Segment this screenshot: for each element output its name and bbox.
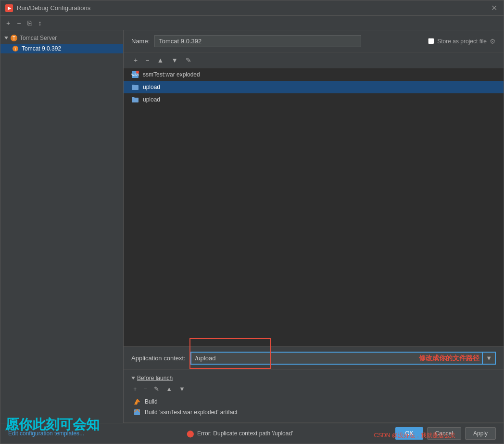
- bl-add-button[interactable]: +: [131, 384, 139, 393]
- app-context-row: Application context: ▼ 修改成你的文件路径: [124, 346, 504, 370]
- bl-item-build[interactable]: Build: [131, 396, 496, 407]
- sidebar-item-tomcat[interactable]: T Tomcat 9.0.392: [0, 44, 123, 53]
- title-bar: ▶ Run/Debug Configurations ✕: [0, 0, 504, 16]
- copy-config-button[interactable]: ⎘: [25, 18, 33, 28]
- cancel-button[interactable]: Cancel: [427, 427, 461, 440]
- deploy-item-label-1: ssmTest:war exploded: [143, 71, 200, 78]
- apply-button[interactable]: Apply: [465, 427, 496, 440]
- bl-remove-button[interactable]: −: [142, 384, 150, 393]
- folder-icon-1: [131, 83, 139, 91]
- app-icon: ▶: [5, 4, 13, 12]
- right-panel: Name: Store as project file ⚙ + − ▲ ▼ ✎: [124, 30, 504, 423]
- sidebar-group-tomcat[interactable]: T Tomcat Server: [0, 32, 123, 44]
- deploy-up-button[interactable]: ▲: [154, 55, 166, 65]
- name-label: Name:: [131, 38, 150, 45]
- error-icon: ⬤: [187, 430, 194, 437]
- main-toolbar: + − ⎘ ↕: [0, 16, 504, 30]
- remove-config-button[interactable]: −: [15, 18, 23, 28]
- deploy-list: WAR ssmTest:war exploded upload: [124, 68, 504, 346]
- deploy-down-button[interactable]: ▼: [169, 55, 180, 65]
- close-button[interactable]: ✕: [489, 3, 499, 13]
- deploy-add-button[interactable]: +: [131, 55, 140, 65]
- edit-config-link[interactable]: Edit configuration templates...: [8, 430, 84, 437]
- bottom-buttons: OK Cancel Apply: [395, 427, 496, 440]
- store-project-row: Store as project file ⚙: [428, 38, 496, 45]
- bottom-bar: Edit configuration templates... ⬤ Error:…: [0, 423, 504, 444]
- tomcat-instance-icon: T: [12, 45, 19, 52]
- sidebar: T Tomcat Server T Tomcat 9.0.392: [0, 30, 124, 423]
- bl-up-button[interactable]: ▲: [164, 384, 174, 393]
- bl-edit-button[interactable]: ✎: [152, 384, 161, 393]
- store-project-label: Store as project file: [437, 38, 487, 45]
- build-icon: [133, 398, 141, 406]
- before-launch-header[interactable]: Before launch: [131, 375, 496, 381]
- before-launch-label: Before launch: [137, 375, 173, 381]
- main-content: T Tomcat Server T Tomcat 9.0.392 Name:: [0, 30, 504, 423]
- sidebar-group-label: Tomcat Server: [20, 35, 57, 41]
- chevron-down-icon: [4, 37, 8, 39]
- deploy-edit-button[interactable]: ✎: [183, 55, 194, 65]
- sidebar-item-label: Tomcat 9.0.392: [22, 45, 61, 52]
- error-text: Error: Duplicate context path '/upload': [197, 430, 293, 437]
- svg-text:T: T: [14, 47, 17, 51]
- bl-artifact-label: Build 'ssmTest:war exploded' artifact: [145, 409, 238, 416]
- svg-rect-7: [134, 409, 140, 415]
- svg-text:WAR: WAR: [131, 73, 139, 76]
- gear-icon[interactable]: ⚙: [490, 38, 496, 45]
- error-message: ⬤ Error: Duplicate context path '/upload…: [187, 430, 293, 437]
- folder-icon-2: [131, 96, 139, 103]
- app-context-dropdown[interactable]: ▼: [483, 352, 496, 365]
- bl-item-artifact[interactable]: Build 'ssmTest:war exploded' artifact: [131, 407, 496, 418]
- artifact-build-icon: [133, 408, 141, 416]
- deploy-toolbar: + − ▲ ▼ ✎: [124, 52, 504, 68]
- app-context-input[interactable]: [190, 352, 483, 365]
- bl-build-label: Build: [145, 398, 158, 405]
- svg-point-6: [136, 71, 139, 74]
- name-input[interactable]: [154, 35, 361, 47]
- deploy-item-upload-1[interactable]: upload: [124, 81, 504, 93]
- sort-config-button[interactable]: ↕: [36, 18, 43, 28]
- tomcat-server-icon: T: [10, 34, 18, 42]
- before-launch-section: Before launch + − ✎ ▲ ▼ Build: [124, 370, 504, 423]
- before-launch-chevron: [131, 377, 135, 380]
- app-context-input-wrapper: ▼: [190, 352, 496, 365]
- ok-button[interactable]: OK: [395, 427, 423, 440]
- deploy-item-upload-2[interactable]: upload: [124, 93, 504, 106]
- deploy-remove-button[interactable]: −: [143, 55, 151, 65]
- dialog-title: Run/Debug Configurations: [17, 4, 90, 12]
- deploy-item-label-2: upload: [143, 84, 160, 90]
- before-launch-toolbar: + − ✎ ▲ ▼: [131, 384, 496, 393]
- deploy-item-ssm[interactable]: WAR ssmTest:war exploded: [124, 68, 504, 81]
- svg-text:T: T: [13, 36, 15, 41]
- name-row: Name: Store as project file ⚙: [124, 30, 504, 52]
- app-context-label: Application context:: [131, 355, 186, 362]
- add-config-button[interactable]: +: [4, 18, 12, 28]
- deploy-item-label-3: upload: [143, 96, 160, 103]
- war-exploded-icon: WAR: [131, 71, 139, 78]
- bl-down-button[interactable]: ▼: [177, 384, 187, 393]
- store-project-checkbox[interactable]: [428, 38, 434, 44]
